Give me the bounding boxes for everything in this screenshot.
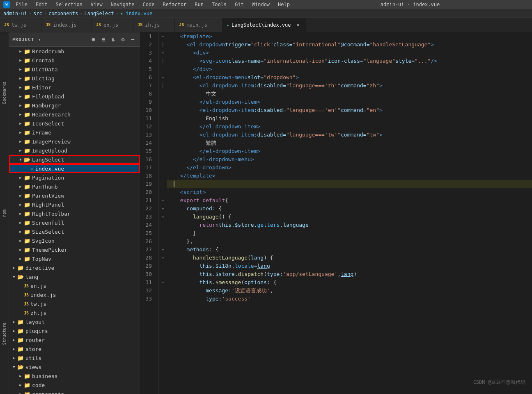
tree-hamburger[interactable]: ▶ 📁 Hamburger <box>9 101 140 110</box>
code-line-18[interactable]: </template> <box>167 172 532 180</box>
code-line-10[interactable]: <el-dropdown-item :disabled="language===… <box>167 106 532 114</box>
menu-bar[interactable]: File Edit Selection View Navigate Code R… <box>14 1 291 8</box>
code-line-14[interactable]: 繁體 <box>167 139 532 147</box>
tree-crontab[interactable]: ▶ 📁 Crontab <box>9 56 140 65</box>
fold-btn-22[interactable]: ▾ <box>159 205 167 213</box>
tree-imagepreview[interactable]: ▶ 📁 ImagePreview <box>9 137 140 146</box>
code-content-area[interactable]: <template> <el-dropdown trigger="click" … <box>167 32 532 394</box>
code-line-1[interactable]: <template> <box>167 32 532 41</box>
menu-tools[interactable]: Tools <box>210 1 228 8</box>
code-line-7[interactable]: <el-dropdown-item :disabled="language===… <box>167 82 532 90</box>
tree-dicttag[interactable]: ▶ 📁 DictTag <box>9 74 140 83</box>
menu-code[interactable]: Code <box>141 1 156 8</box>
tree-fileupload[interactable]: ▶ 📁 FileUpload <box>9 92 140 101</box>
code-line-4[interactable]: <svg-icon class-name="international-icon… <box>167 57 532 65</box>
fold-btn-28[interactable]: ▾ <box>159 254 167 262</box>
code-line-28[interactable]: handleSetLanguage(lang) { <box>167 254 532 262</box>
tree-headersearch[interactable]: ▶ 📁 HeaderSearch <box>9 110 140 119</box>
bookmarks-panel-label[interactable]: Bookmarks <box>0 80 8 105</box>
tree-lang-index[interactable]: JS index.js <box>9 290 140 299</box>
fold-btn-21[interactable]: ▾ <box>159 196 167 205</box>
tree-langselect[interactable]: ▼ 📂 LangSelect <box>9 155 140 164</box>
tree-views-code[interactable]: ▶ 📁 code <box>9 380 140 389</box>
code-line-21[interactable]: export default { <box>167 196 532 205</box>
menu-refactor[interactable]: Refactor <box>161 1 188 8</box>
tree-langselect-index[interactable]: ✦ index.vue <box>9 164 140 173</box>
tree-utils[interactable]: ▶ 📁 utils <box>9 353 140 362</box>
code-line-19[interactable] <box>167 180 532 188</box>
collapse-btn[interactable]: ≡ <box>100 36 107 43</box>
tree-views[interactable]: ▼ 📂 views <box>9 362 140 371</box>
code-line-24[interactable]: return this.$store.getters.language <box>167 221 532 229</box>
close-sidebar-btn[interactable]: − <box>129 36 137 43</box>
menu-edit[interactable]: Edit <box>34 1 49 8</box>
tree-views-business[interactable]: ▶ 📁 business <box>9 371 140 380</box>
code-line-26[interactable]: }, <box>167 237 532 246</box>
code-line-30[interactable]: this.$store.dispatch( type: 'app/setLang… <box>167 270 532 278</box>
tree-iconselect[interactable]: ▶ 📁 IconSelect <box>9 119 140 128</box>
menu-selection[interactable]: Selection <box>54 1 84 8</box>
code-line-8[interactable]: 中文 <box>167 90 532 98</box>
tree-iframe[interactable]: ▶ 📁 iFrame <box>9 128 140 137</box>
menu-run[interactable]: Run <box>193 1 205 8</box>
fold-btn-23[interactable]: ▾ <box>159 213 167 221</box>
tree-plugins[interactable]: ▶ 📁 plugins <box>9 326 140 335</box>
tab-zh-js[interactable]: JS zh.js × <box>133 18 175 32</box>
tree-views-components[interactable]: ▶ 📁 components <box>9 389 140 394</box>
tab-tw-js[interactable]: JS tw.js × <box>0 18 41 32</box>
menu-window[interactable]: Window <box>250 1 271 8</box>
code-line-11[interactable]: English <box>167 114 532 123</box>
tree-rightpanel[interactable]: ▶ 📁 RightPanel <box>9 200 140 209</box>
code-line-22[interactable]: computed: { <box>167 205 532 213</box>
new-file-btn[interactable]: ⊕ <box>90 36 97 43</box>
tree-righttoolbar[interactable]: ▶ 📁 RightToolbar <box>9 209 140 218</box>
sort-btn[interactable]: ⇅ <box>110 36 117 43</box>
fold-btn-3[interactable]: ▾ <box>159 49 167 57</box>
tree-sizeselect[interactable]: ▶ 📁 SizeSelect <box>9 227 140 236</box>
code-line-32[interactable]: message: '设置语言成功', <box>167 287 532 295</box>
tree-pagination[interactable]: ▶ 📁 Pagination <box>9 173 140 182</box>
code-line-31[interactable]: this.$message( options: { <box>167 278 532 287</box>
settings-btn[interactable]: ⚙ <box>119 36 127 43</box>
breadcrumb-src[interactable]: src <box>33 11 42 16</box>
code-line-27[interactable]: methods: { <box>167 246 532 254</box>
tree-svgicon[interactable]: ▶ 📁 SvgIcon <box>9 236 140 245</box>
code-line-5[interactable]: </div> <box>167 65 532 73</box>
tree-screenfull[interactable]: ▶ 📁 Screenfull <box>9 218 140 227</box>
menu-file[interactable]: File <box>14 1 29 8</box>
code-line-33[interactable]: type: 'success' <box>167 295 532 303</box>
structure-panel-label[interactable]: Structure <box>0 321 8 346</box>
breadcrumb-langselect[interactable]: LangSelect <box>84 11 114 16</box>
tree-parentview[interactable]: ▶ 📁 ParentView <box>9 191 140 200</box>
fold-btn-6[interactable]: ▾ <box>159 73 167 82</box>
tab-main-js[interactable]: JS main.js × <box>175 18 222 32</box>
tree-router[interactable]: ▶ 📁 router <box>9 335 140 344</box>
fold-btn-31[interactable]: ▾ <box>159 278 167 287</box>
tree-topnav[interactable]: ▶ 📁 TopNav <box>9 254 140 263</box>
tree-layout[interactable]: ▶ 📁 layout <box>9 317 140 326</box>
code-line-9[interactable]: </el-dropdown-item> <box>167 98 532 106</box>
code-line-20[interactable]: <script> <box>167 188 532 196</box>
breadcrumb-admin-ui[interactable]: admin-ui <box>3 11 27 16</box>
tree-lang-tw[interactable]: JS tw.js <box>9 299 140 308</box>
tab-langselect-vue[interactable]: ✦ LangSelect\index.vue × <box>222 18 306 32</box>
fold-btn-1[interactable]: ▾ <box>159 32 167 41</box>
code-line-12[interactable]: </el-dropdown-item> <box>167 123 532 131</box>
tab-index-js[interactable]: JS index.js × <box>41 18 92 32</box>
tab-close-vue[interactable]: × <box>295 22 302 28</box>
code-line-15[interactable]: </el-dropdown-item> <box>167 147 532 155</box>
tree-editor[interactable]: ▶ 📁 Editor <box>9 83 140 92</box>
code-line-2[interactable]: <el-dropdown trigger="click" class="inte… <box>167 41 532 49</box>
tree-themepicker[interactable]: ▶ 📁 ThemePicker <box>9 245 140 254</box>
menu-git[interactable]: Git <box>233 1 245 8</box>
breadcrumb-file[interactable]: index.vue <box>126 11 152 16</box>
tree-lang[interactable]: ▼ 📂 lang <box>9 272 140 281</box>
tree-store[interactable]: ▶ 📁 store <box>9 344 140 353</box>
code-line-16[interactable]: </el-dropdown-menu> <box>167 155 532 164</box>
fold-btn-27[interactable]: ▾ <box>159 246 167 254</box>
tree-dictdata[interactable]: ▶ 📁 DictData <box>9 65 140 74</box>
code-line-25[interactable]: } <box>167 229 532 237</box>
code-line-3[interactable]: <div> <box>167 49 532 57</box>
tree-lang-en[interactable]: JS en.js <box>9 281 140 290</box>
tree-directive[interactable]: ▶ 📁 directive <box>9 263 140 272</box>
